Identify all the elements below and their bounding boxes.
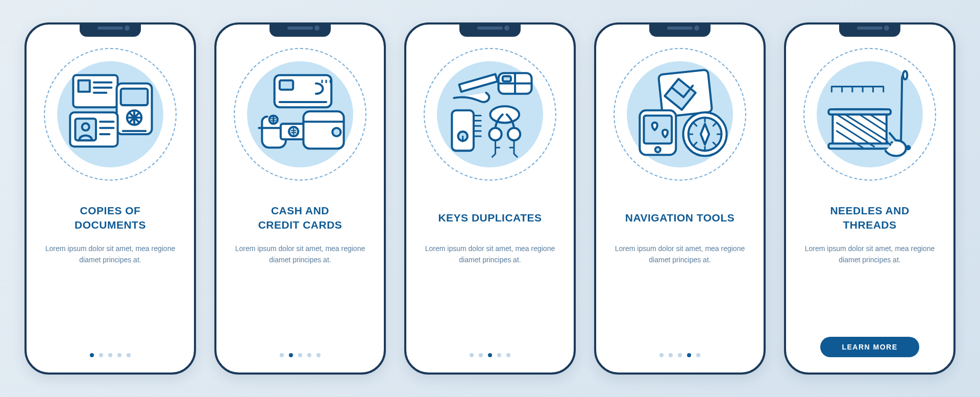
- speaker-slot: [287, 27, 313, 30]
- speaker-slot: [477, 27, 503, 30]
- svg-point-14: [332, 128, 340, 136]
- card-description: Lorem ipsum dolor sit amet, mea regione …: [414, 243, 566, 266]
- card-title: COPIES OF DOCUMENTS: [75, 203, 146, 233]
- svg-point-19: [490, 106, 519, 122]
- pagination-dot[interactable]: [506, 353, 510, 357]
- phone-notch: [459, 22, 521, 37]
- card-title: CASH AND CREDIT CARDS: [258, 203, 342, 233]
- onboarding-row: COPIES OF DOCUMENTS Lorem ipsum dolor si…: [24, 22, 955, 375]
- pagination-dot[interactable]: [659, 353, 664, 357]
- card-description: Lorem ipsum dolor sit amet, mea regione …: [794, 243, 945, 266]
- svg-rect-24: [644, 115, 672, 143]
- illustration: [424, 48, 556, 181]
- illustration: [234, 48, 366, 181]
- pagination-dot[interactable]: [470, 353, 474, 357]
- phone-notch: [839, 22, 900, 37]
- pagination-dot[interactable]: [669, 353, 673, 357]
- keys-icon: [424, 48, 556, 181]
- pagination-dot[interactable]: [117, 353, 121, 357]
- pagination-dot[interactable]: [108, 353, 112, 357]
- card-description: Lorem ipsum dolor sit amet, mea regione …: [35, 243, 186, 266]
- pagination-dot[interactable]: [696, 353, 700, 357]
- learn-more-button[interactable]: LEARN MORE: [820, 337, 919, 357]
- pagination-dots: [470, 353, 510, 362]
- pagination-dots: [90, 353, 131, 362]
- pagination-dot[interactable]: [497, 353, 501, 357]
- card-title: NEEDLES AND THREADS: [830, 203, 909, 233]
- illustration: [614, 48, 746, 181]
- svg-point-28: [903, 71, 907, 79]
- svg-point-20: [489, 128, 501, 140]
- speaker-slot: [97, 27, 123, 30]
- speaker-slot: [667, 27, 693, 30]
- onboarding-card: NAVIGATION TOOLS Lorem ipsum dolor sit a…: [594, 22, 766, 375]
- phone-notch: [80, 22, 141, 37]
- illustration: [803, 48, 936, 181]
- card-description: Lorem ipsum dolor sit amet, mea regione …: [225, 243, 376, 266]
- svg-rect-3: [120, 88, 148, 105]
- onboarding-card: COPIES OF DOCUMENTS Lorem ipsum dolor si…: [24, 22, 196, 375]
- pagination-dot[interactable]: [298, 353, 302, 357]
- card-description: Lorem ipsum dolor sit amet, mea regione …: [604, 243, 755, 266]
- nav-icon: [614, 48, 746, 181]
- camera-dot: [314, 26, 320, 31]
- camera-dot: [125, 26, 130, 31]
- phone-notch: [270, 22, 331, 37]
- onboarding-card: CASH AND CREDIT CARDS Lorem ipsum dolor …: [214, 22, 386, 375]
- pagination-dots: [280, 353, 321, 362]
- card-title: NAVIGATION TOOLS: [625, 203, 735, 233]
- pagination-dot[interactable]: [678, 353, 682, 357]
- pagination-dots: [659, 353, 700, 362]
- onboarding-card: NEEDLES AND THREADS Lorem ipsum dolor si…: [784, 22, 955, 375]
- svg-rect-1: [78, 80, 89, 91]
- svg-point-25: [655, 147, 660, 152]
- svg-rect-9: [279, 80, 292, 89]
- onboarding-card: KEYS DUPLICATES Lorem ipsum dolor sit am…: [404, 22, 576, 375]
- pagination-dot[interactable]: [687, 353, 691, 357]
- camera-dot: [694, 26, 699, 31]
- sew-icon: [803, 48, 936, 181]
- pagination-dot[interactable]: [289, 353, 293, 357]
- cash-icon: [234, 48, 366, 181]
- pagination-dot[interactable]: [488, 353, 492, 357]
- camera-dot: [884, 26, 889, 31]
- pagination-dot[interactable]: [127, 353, 131, 357]
- pagination-dot[interactable]: [479, 353, 483, 357]
- pagination-dot[interactable]: [280, 353, 284, 357]
- pagination-dot[interactable]: [307, 353, 311, 357]
- svg-rect-16: [502, 76, 510, 81]
- svg-point-21: [507, 128, 520, 140]
- pagination-dot[interactable]: [90, 353, 94, 357]
- svg-point-32: [906, 146, 910, 149]
- speaker-slot: [857, 27, 883, 30]
- pagination-dot[interactable]: [316, 353, 321, 357]
- phone-notch: [649, 22, 710, 37]
- card-title: KEYS DUPLICATES: [438, 203, 542, 233]
- illustration: [44, 48, 177, 181]
- svg-rect-30: [828, 109, 891, 114]
- camera-dot: [504, 26, 509, 31]
- pagination-dot[interactable]: [99, 353, 103, 357]
- docs-icon: [44, 48, 177, 181]
